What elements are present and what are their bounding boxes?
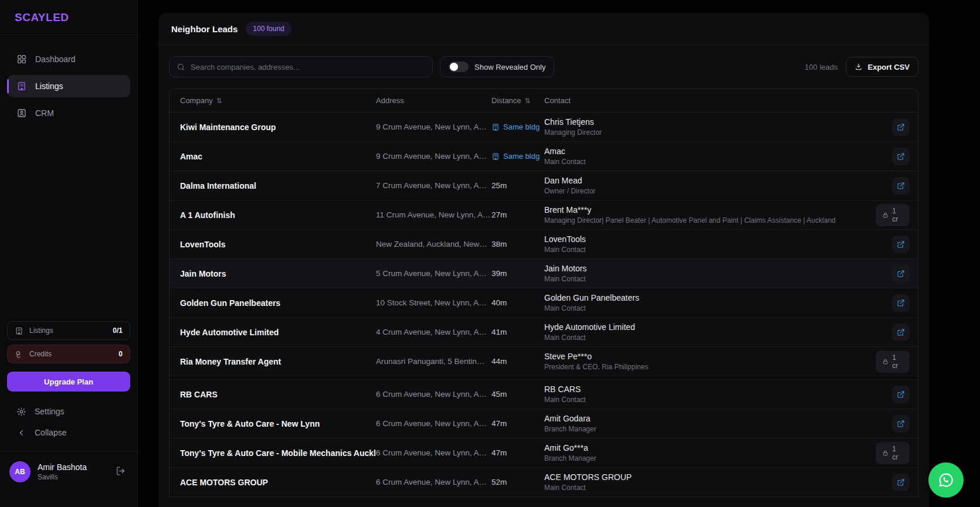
address-cell: 11 Crum Avenue, New Lynn, A… <box>376 210 491 219</box>
export-csv-button[interactable]: Export CSV <box>846 57 918 77</box>
lock-icon <box>882 450 889 457</box>
contact-title: Branch Manager <box>544 425 876 433</box>
contact-name: Dan Mead <box>544 176 876 185</box>
toggle-track[interactable] <box>449 62 469 72</box>
company-cell: Golden Gun Panelbeaters <box>169 298 376 308</box>
table-row[interactable]: Tony's Tyre & Auto Care - Mobile Mechani… <box>169 438 918 468</box>
table-row[interactable]: LovenToolsNew Zealand, Auckland, New…38m… <box>169 230 918 259</box>
upgrade-plan-button[interactable]: Upgrade Plan <box>7 372 130 392</box>
company-cell: Kiwi Maintenance Group <box>169 123 376 132</box>
logo-wrap: SCAYLED <box>0 0 137 35</box>
listings-usage-label: Listings <box>29 326 53 335</box>
external-link-icon <box>897 328 905 336</box>
contact-title: Managing Director| Panel Beater | Automo… <box>544 216 876 224</box>
external-link-icon <box>897 123 905 131</box>
contact-name: Hyde Automotive Limited <box>544 322 876 332</box>
open-external-button[interactable] <box>892 265 910 283</box>
distance-cell: 47m <box>491 448 544 457</box>
sidebar-item-crm[interactable]: CRM <box>7 102 130 124</box>
table-row[interactable]: RB CARS6 Crum Avenue, New Lynn, A…45mRB … <box>169 380 918 409</box>
open-external-button[interactable] <box>892 386 910 403</box>
address-cell: 9 Crum Avenue, New Lynn, A… <box>376 152 491 161</box>
open-external-button[interactable] <box>892 324 910 341</box>
lock-icon <box>882 358 889 365</box>
user-name: Amir Bashota <box>38 462 106 472</box>
sidebar-item-dashboard[interactable]: Dashboard <box>7 48 130 70</box>
download-icon <box>854 63 863 71</box>
page-header: Neighbor Leads 100 found <box>158 13 929 45</box>
table-row[interactable]: Jain Motors5 Crum Avenue, New Lynn, A…39… <box>169 259 918 288</box>
building-icon <box>16 81 27 91</box>
usage-section: Listings 0/1 Credits 0 <box>7 321 130 363</box>
collapse-sidebar-button[interactable]: Collapse <box>7 422 130 443</box>
contact-name: Amit Go***a <box>544 443 876 452</box>
open-external-button[interactable] <box>892 236 910 253</box>
contact-cell: ACE MOTORS GROUPMain Contact <box>544 472 876 492</box>
table-row[interactable]: A 1 Autofinish11 Crum Avenue, New Lynn, … <box>169 200 918 230</box>
building-icon <box>491 123 500 131</box>
table-row[interactable]: Ria Money Transfer AgentArunasri Panugan… <box>169 347 918 376</box>
sidebar-item-settings[interactable]: Settings <box>7 401 130 422</box>
contact-cell: AmacMain Contact <box>544 147 876 166</box>
avatar: AB <box>9 461 30 482</box>
open-external-button[interactable] <box>892 294 910 312</box>
contact-name: Golden Gun Panelbeaters <box>544 293 876 302</box>
search-icon <box>177 63 185 72</box>
contact-title: Main Contact <box>544 396 876 404</box>
sort-icon[interactable]: ⇅ <box>525 97 531 105</box>
company-cell: A 1 Autofinish <box>169 210 376 220</box>
table-row[interactable]: Amac9 Crum Avenue, New Lynn, A…Same bldg… <box>169 142 918 171</box>
open-external-button[interactable] <box>892 415 910 433</box>
contact-cell: Chris TietjensManaging Director <box>544 117 876 137</box>
column-header-distance[interactable]: Distance ⇅ <box>491 96 544 105</box>
open-external-button[interactable] <box>892 177 910 195</box>
table-row[interactable]: Dalma International7 Crum Avenue, New Ly… <box>169 171 918 200</box>
contact-title: Main Contact <box>544 158 876 166</box>
distance-cell: 38m <box>491 240 544 249</box>
listings-usage: Listings 0/1 <box>7 321 130 340</box>
open-external-button[interactable] <box>892 148 910 165</box>
table-row[interactable]: Kiwi Maintenance Group9 Crum Avenue, New… <box>169 113 918 142</box>
company-cell: LovenTools <box>169 240 376 249</box>
listings-usage-value: 0/1 <box>113 326 123 335</box>
contact-cell: Brent Ma***yManaging Director| Panel Bea… <box>544 205 876 224</box>
sort-icon[interactable]: ⇅ <box>216 97 222 105</box>
company-cell: Jain Motors <box>169 269 376 278</box>
contact-title: Main Contact <box>544 246 876 254</box>
contact-name: Amac <box>544 147 876 156</box>
sidebar-item-label: Dashboard <box>35 55 76 64</box>
contact-name: Chris Tietjens <box>544 117 876 127</box>
table-row[interactable]: Hyde Automotive Limited4 Crum Avenue, Ne… <box>169 318 918 347</box>
contact-cell: Amit GodaraBranch Manager <box>544 414 876 433</box>
reveal-cost-badge[interactable]: 1 cr <box>876 351 910 373</box>
open-external-button[interactable] <box>892 118 910 136</box>
open-external-button[interactable] <box>892 474 910 491</box>
user-section: AB Amir Bashota Savills <box>0 451 137 507</box>
contact-name: RB CARS <box>544 384 876 394</box>
show-revealed-toggle[interactable]: Show Revealed Only <box>440 56 554 77</box>
address-cell: 5 Crum Avenue, New Lynn, A… <box>376 269 491 278</box>
reveal-cost-badge[interactable]: 1 cr <box>876 442 910 464</box>
credits-usage: Credits 0 <box>7 345 130 363</box>
address-cell: 10 Stock Street, New Lynn, A… <box>376 298 491 307</box>
logout-icon <box>116 466 126 476</box>
table-row[interactable]: Golden Gun Panelbeaters10 Stock Street, … <box>169 288 918 318</box>
table-row[interactable]: ACE MOTORS GROUP6 Crum Avenue, New Lynn,… <box>169 468 918 497</box>
table-row[interactable]: Tony's Tyre & Auto Care - New Lynn6 Crum… <box>169 409 918 438</box>
distance-cell: 27m <box>491 210 544 219</box>
sidebar-item-label: CRM <box>35 108 54 118</box>
address-cell: Arunasri Panuganti, 5 Bentin… <box>376 357 491 366</box>
whatsapp-button[interactable] <box>928 462 964 498</box>
company-cell: ACE MOTORS GROUP <box>169 478 376 487</box>
reveal-cost-badge[interactable]: 1 cr <box>876 204 910 226</box>
address-cell: 4 Crum Avenue, New Lynn, A… <box>376 328 491 336</box>
sidebar-item-listings[interactable]: Listings <box>7 75 130 97</box>
search-input[interactable] <box>191 63 425 72</box>
contact-card-icon <box>16 108 27 118</box>
lock-icon <box>882 212 889 219</box>
distance-cell: 25m <box>491 181 544 190</box>
contact-title: Main Contact <box>544 275 876 283</box>
column-header-company[interactable]: Company ⇅ <box>169 96 376 105</box>
logout-button[interactable] <box>113 464 128 480</box>
contact-title: Managing Director <box>544 128 876 137</box>
